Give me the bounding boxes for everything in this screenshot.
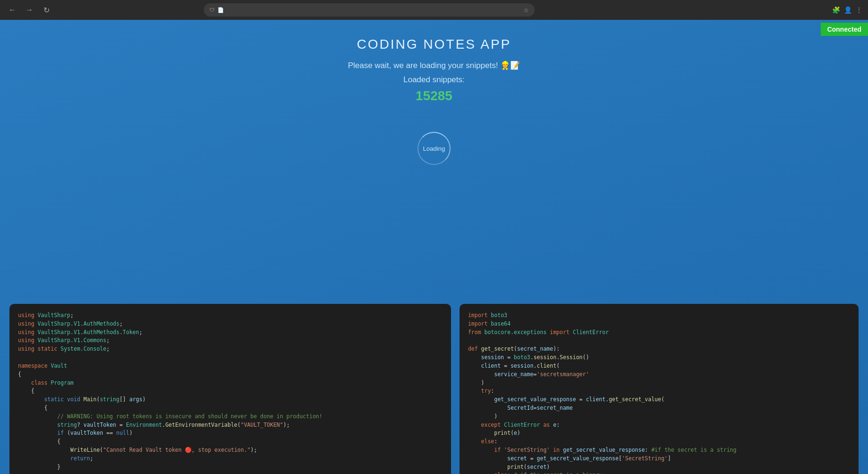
extensions-icon[interactable]: 🧩 <box>832 6 840 14</box>
loading-subtitle: Please wait, we are loading your snippet… <box>348 60 520 70</box>
star-icon[interactable]: ☆ <box>523 7 529 14</box>
snippets-label: Loaded snippets: <box>403 75 465 85</box>
loading-spinner: Loading <box>417 132 451 165</box>
browser-chrome: ← → ↻ 🛡 📄 127.0.0.1:8887 ☆ 🧩 👤 ⋮ <box>0 0 868 20</box>
snippets-count: 15285 <box>416 88 452 103</box>
loading-spinner-container: Loading <box>417 132 451 165</box>
code-panels: using VaultSharp; using VaultSharp.V1.Au… <box>0 304 868 474</box>
loading-text: Loading <box>423 145 445 152</box>
code-panel-left: using VaultSharp; using VaultSharp.V1.Au… <box>9 304 451 474</box>
reload-button[interactable]: ↻ <box>40 3 53 17</box>
main-content: CODING NOTES APP Please wait, we are loa… <box>0 20 868 474</box>
profile-icon[interactable]: 👤 <box>844 6 852 14</box>
forward-button[interactable]: → <box>23 3 36 17</box>
url-input[interactable]: 127.0.0.1:8887 <box>227 7 521 14</box>
code-panel-right: import boto3 import base64 from botocore… <box>460 304 859 474</box>
back-button[interactable]: ← <box>6 3 19 17</box>
shield-icon: 🛡 <box>209 7 215 13</box>
doc-icon: 📄 <box>217 7 224 13</box>
connected-badge: Connected <box>821 23 868 36</box>
address-bar: 🛡 📄 127.0.0.1:8887 ☆ <box>204 3 535 17</box>
app-title: CODING NOTES APP <box>357 37 512 52</box>
menu-icon[interactable]: ⋮ <box>856 6 862 14</box>
browser-actions: 🧩 👤 ⋮ <box>832 6 862 14</box>
